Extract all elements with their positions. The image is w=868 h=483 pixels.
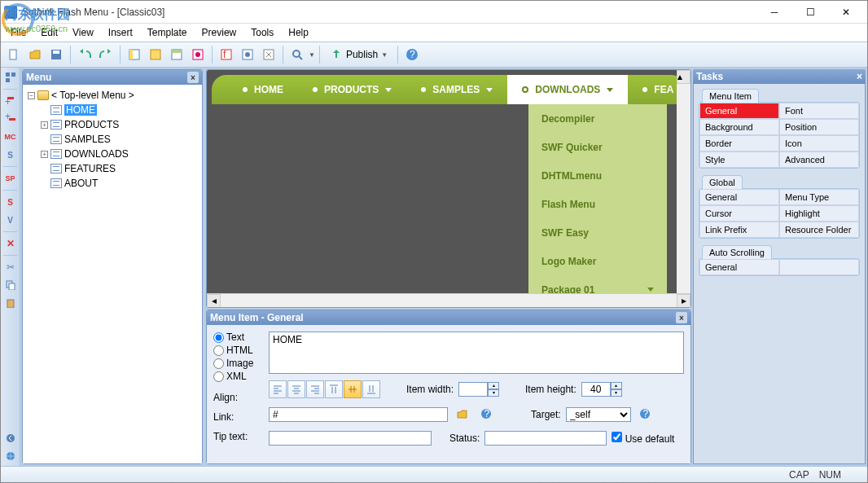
task-tab-global[interactable]: Global bbox=[702, 175, 743, 189]
tb-redo[interactable] bbox=[96, 45, 116, 64]
target-help[interactable]: ? bbox=[636, 405, 655, 424]
target-select[interactable]: _self bbox=[566, 407, 631, 422]
task-tab-menuitem[interactable]: Menu Item bbox=[702, 89, 759, 103]
type-image[interactable]: Image bbox=[213, 358, 259, 369]
expand-icon[interactable]: + bbox=[41, 121, 48, 129]
expand-icon[interactable]: + bbox=[41, 151, 48, 158]
menu-panel-close[interactable]: × bbox=[187, 72, 199, 83]
align-bottom[interactable] bbox=[362, 380, 380, 398]
props-close[interactable]: × bbox=[676, 312, 687, 323]
tb-new[interactable] bbox=[4, 45, 24, 64]
ls-cut[interactable]: ✂ bbox=[2, 259, 19, 275]
preview-hscroll[interactable]: ◂ ▸ bbox=[207, 293, 690, 307]
gtask-cursor[interactable]: Cursor bbox=[699, 205, 779, 222]
ls-s[interactable]: S bbox=[2, 147, 19, 163]
tasks-close[interactable]: × bbox=[857, 71, 862, 82]
menu-edit[interactable]: Edit bbox=[34, 25, 64, 40]
tb-panel4[interactable] bbox=[188, 45, 208, 64]
tb-panel3[interactable] bbox=[167, 45, 186, 64]
maximize-button[interactable]: ☐ bbox=[792, 2, 828, 23]
ls-back[interactable] bbox=[2, 430, 19, 446]
nav-home[interactable]: HOME bbox=[228, 84, 298, 95]
task-icon[interactable]: Icon bbox=[779, 135, 859, 151]
tb-zoom[interactable] bbox=[287, 45, 307, 64]
expand-icon[interactable]: − bbox=[28, 92, 35, 99]
menu-insert[interactable]: Insert bbox=[102, 25, 139, 40]
link-browse[interactable] bbox=[453, 405, 472, 424]
ls-paste[interactable] bbox=[2, 295, 19, 311]
gtask-resfolder[interactable]: Resource Folder bbox=[779, 222, 859, 238]
tb-panel2[interactable] bbox=[146, 45, 165, 64]
close-button[interactable]: ✕ bbox=[828, 2, 864, 23]
tip-input[interactable] bbox=[269, 431, 432, 446]
link-help[interactable]: ? bbox=[477, 405, 497, 424]
tree-item-about[interactable]: ABOUT bbox=[26, 176, 199, 191]
tree-item-downloads[interactable]: + DOWNLOADS bbox=[26, 147, 199, 161]
use-default-checkbox[interactable]: Use default bbox=[612, 432, 674, 445]
tb-flash2[interactable] bbox=[238, 45, 257, 64]
tb-flash1[interactable]: f bbox=[217, 45, 236, 64]
nav-products[interactable]: PRODUCTS bbox=[298, 84, 406, 95]
task-position[interactable]: Position bbox=[779, 119, 859, 135]
link-input[interactable] bbox=[269, 407, 448, 422]
type-html[interactable]: HTML bbox=[213, 345, 259, 356]
item-height-input[interactable]: ▴▾ bbox=[581, 382, 622, 397]
ls-delete[interactable]: ✕ bbox=[2, 235, 19, 252]
align-right[interactable] bbox=[306, 380, 324, 398]
gtask-menutype[interactable]: Menu Type bbox=[779, 189, 859, 205]
ls-add-main[interactable]: + bbox=[2, 93, 19, 109]
minimize-button[interactable]: ─ bbox=[756, 2, 792, 23]
ls-s2[interactable]: S bbox=[2, 194, 19, 210]
sub-flashmenu[interactable]: Flash Menu bbox=[528, 190, 667, 218]
tree-item-home[interactable]: HOME bbox=[26, 103, 199, 117]
ls-copy[interactable] bbox=[2, 277, 19, 293]
tb-flash3[interactable] bbox=[259, 45, 278, 64]
sub-swfquicker[interactable]: SWF Quicker bbox=[528, 133, 667, 161]
align-top[interactable] bbox=[325, 380, 343, 398]
scroll-left-icon[interactable]: ◂ bbox=[207, 294, 221, 308]
tb-open[interactable] bbox=[25, 45, 45, 64]
menu-view[interactable]: View bbox=[66, 25, 100, 40]
ls-world[interactable] bbox=[2, 448, 19, 464]
align-left[interactable] bbox=[269, 380, 287, 398]
menu-preview[interactable]: Preview bbox=[195, 25, 243, 40]
align-middle[interactable] bbox=[344, 380, 362, 398]
ls-mc[interactable]: MC bbox=[2, 129, 19, 145]
ls-sp[interactable]: SP bbox=[2, 170, 19, 187]
task-tab-auto[interactable]: Auto Scrolling bbox=[702, 245, 772, 259]
task-general[interactable]: General bbox=[699, 103, 779, 119]
menu-tools[interactable]: Tools bbox=[244, 25, 280, 40]
tree-item-products[interactable]: + PRODUCTS bbox=[26, 117, 199, 132]
ls-v[interactable]: V bbox=[2, 212, 19, 228]
nav-samples[interactable]: SAMPLES bbox=[406, 84, 507, 95]
preview-vscroll[interactable]: ▴ bbox=[677, 70, 690, 293]
atask-general[interactable]: General bbox=[699, 259, 779, 275]
task-font[interactable]: Font bbox=[779, 103, 859, 119]
task-border[interactable]: Border bbox=[699, 135, 779, 151]
sub-logomaker[interactable]: Logo Maker bbox=[528, 247, 667, 275]
tb-panel1[interactable] bbox=[125, 45, 144, 64]
text-value-input[interactable]: HOME bbox=[269, 332, 684, 374]
ls-tree[interactable] bbox=[2, 69, 19, 86]
sub-swfeasy[interactable]: SWF Easy bbox=[528, 218, 667, 247]
ls-add-sub[interactable]: + bbox=[2, 111, 19, 127]
tree-root[interactable]: − < Top-level Menu > bbox=[26, 88, 199, 103]
status-input[interactable] bbox=[484, 431, 607, 446]
menu-tree[interactable]: − < Top-level Menu > HOME + PRODUCTS bbox=[23, 85, 202, 463]
nav-downloads[interactable]: DOWNLOADS bbox=[507, 75, 628, 104]
menu-help[interactable]: Help bbox=[282, 25, 315, 40]
tb-undo[interactable] bbox=[75, 45, 94, 64]
menu-template[interactable]: Template bbox=[141, 25, 194, 40]
tb-help[interactable]: ? bbox=[402, 45, 422, 64]
align-center[interactable] bbox=[287, 380, 305, 398]
sub-dhtmlmenu[interactable]: DHTMLmenu bbox=[528, 161, 667, 190]
gtask-linkprefix[interactable]: Link Prefix bbox=[699, 222, 779, 238]
tb-publish[interactable]: Publish ▼ bbox=[324, 45, 393, 64]
task-advanced[interactable]: Advanced bbox=[779, 151, 859, 168]
type-xml[interactable]: XML bbox=[213, 371, 259, 382]
task-background[interactable]: Background bbox=[699, 119, 779, 135]
gtask-general[interactable]: General bbox=[699, 189, 779, 205]
sub-decompiler[interactable]: Decompiler bbox=[528, 104, 667, 133]
tree-item-features[interactable]: FEATURES bbox=[26, 161, 199, 176]
gtask-highlight[interactable]: Highlight bbox=[779, 205, 859, 222]
